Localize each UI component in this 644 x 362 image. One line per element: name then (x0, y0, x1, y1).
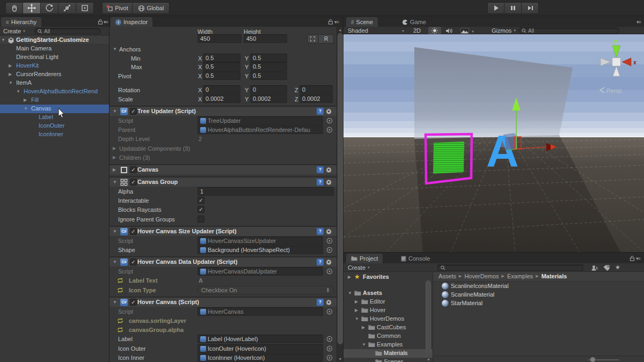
help-icon[interactable] (317, 228, 324, 235)
component-header-tree-updater-script[interactable]: Tree Updater (Script) (109, 106, 336, 116)
project-tree-item-common[interactable]: Common (343, 332, 433, 341)
anchor-preset-button[interactable] (307, 34, 318, 43)
help-icon[interactable] (317, 179, 324, 186)
help-icon[interactable] (317, 108, 324, 115)
foldout-collapsed-icon[interactable] (355, 308, 358, 313)
inspector-scrollbar[interactable]: ▲ ▼ (336, 27, 343, 362)
scale-x-field[interactable]: 0.0002 (203, 94, 240, 103)
hierarchy-create-button[interactable]: Create (3, 28, 26, 34)
project-tree-item-castcubes[interactable]: CastCubes (343, 323, 433, 332)
scroll-down-icon[interactable]: ▼ (337, 357, 343, 361)
project-tree-item-editor[interactable]: Editor (343, 298, 433, 306)
foldout-collapsed-icon[interactable] (9, 64, 12, 68)
panel-menu-icon[interactable]: ▾≡ (636, 19, 641, 25)
gear-icon[interactable] (325, 179, 332, 186)
enum-popup[interactable]: Checkbox On (197, 286, 334, 294)
hierarchy-item-cursorrenderers[interactable]: CursorRenderers (0, 70, 109, 79)
project-search-input[interactable] (437, 264, 583, 271)
rotation-y-field[interactable]: 0 (250, 85, 287, 94)
component-header-hover-canvas-data-updater-script[interactable]: Hover Canvas Data Updater (Script) (109, 257, 336, 267)
pivot-toggle-button[interactable]: Pivot (102, 2, 133, 14)
foldout-icon[interactable] (113, 168, 116, 172)
component-header-canvas[interactable]: Canvas (109, 165, 336, 174)
pivot-y-field[interactable]: 0.5 (250, 71, 287, 80)
object-picker-icon[interactable] (326, 345, 333, 352)
green-scanline-square[interactable] (433, 142, 464, 174)
component-header-hover-canvas-size-updater-script[interactable]: Hover Canvas Size Updater (Script) (109, 226, 336, 236)
project-tree-scrollbar[interactable]: ▼ (425, 272, 432, 362)
object-picker-icon[interactable] (326, 117, 333, 124)
scale-tool-button[interactable] (58, 2, 76, 14)
hierarchy-item-itema[interactable]: ItemA (0, 79, 109, 87)
object-picker-icon[interactable] (326, 268, 333, 275)
foldout-collapsed-icon[interactable] (9, 72, 12, 77)
blue-cube[interactable] (505, 136, 517, 150)
object-reference-field[interactable]: IconOuter (HoverIcon) (197, 344, 323, 353)
foldout-icon[interactable] (113, 260, 117, 264)
lock-icon[interactable] (328, 19, 333, 25)
hierarchy-item-canvas[interactable]: Canvas (0, 105, 109, 113)
foldout-icon[interactable] (113, 300, 117, 305)
breadcrumb[interactable]: Assets▶HoverDemos▶Examples▶Materials (438, 273, 567, 279)
gear-icon[interactable] (325, 108, 332, 115)
scene-viewport[interactable]: A y x Persp (343, 34, 644, 252)
component-enabled-checkbox[interactable] (130, 179, 137, 186)
scroll-down-icon[interactable]: ▼ (425, 358, 432, 361)
object-reference-field[interactable]: HoverAlphaButtonRectRenderer-Defau (197, 125, 323, 134)
help-icon[interactable] (317, 166, 324, 173)
asset-item-scanlinematerial[interactable]: ScanlineMaterial (433, 291, 644, 299)
tab-game[interactable]: Game (397, 17, 431, 27)
tab-project[interactable]: Project (346, 254, 383, 263)
shading-mode-dropdown[interactable]: Shaded (348, 27, 406, 34)
component-header-canvas-group[interactable]: Canvas Group (109, 177, 336, 187)
tab-console[interactable]: Console (396, 254, 435, 263)
object-reference-field[interactable]: HoverCanvasDataUpdater (197, 267, 323, 276)
project-tree-item-examples[interactable]: Examples (343, 341, 433, 349)
breadcrumb-item-assets[interactable]: Assets (438, 273, 456, 279)
object-reference-field[interactable]: HoverCanvasSizeUpdater (197, 237, 323, 245)
value-field[interactable]: 1 (197, 187, 334, 196)
project-tree-item-materials[interactable]: Materials (343, 349, 433, 358)
hierarchy-item-gettingstarted-customize[interactable]: GettingStarted-Customize (0, 36, 109, 45)
foldout-expanded-icon[interactable] (348, 291, 352, 295)
panel-menu-icon[interactable]: ▾≡ (334, 19, 339, 25)
breadcrumb-item-materials[interactable]: Materials (541, 273, 567, 279)
component-enabled-checkbox[interactable] (130, 166, 137, 173)
raw-edit-button[interactable]: R (319, 34, 334, 43)
project-tree-item-scenes[interactable]: Scenes (343, 358, 433, 362)
object-reference-field[interactable]: HoverCanvas (197, 307, 323, 316)
foldout-collapsed-icon[interactable] (24, 98, 27, 102)
tab-inspector[interactable]: i Inspector (111, 17, 152, 27)
play-button[interactable] (487, 2, 504, 14)
foldout-icon[interactable] (113, 109, 117, 114)
project-create-button[interactable]: Create (348, 264, 370, 271)
lighting-toggle-button[interactable] (428, 27, 441, 34)
project-tree-item-hover[interactable]: Hover (343, 306, 433, 315)
asset-item-starmaterial[interactable]: StarMaterial (433, 299, 644, 308)
gear-icon[interactable] (325, 258, 332, 265)
project-tree-item-favorites[interactable]: ★Favorites (343, 273, 433, 282)
object-picker-icon[interactable] (326, 127, 333, 133)
property-checkbox[interactable] (197, 216, 204, 223)
object-reference-field[interactable]: Label (HoverLabel) (197, 335, 323, 343)
search-by-label-icon[interactable] (603, 265, 610, 271)
object-picker-icon[interactable] (326, 238, 333, 244)
property-checkbox[interactable] (197, 206, 204, 213)
width-field[interactable]: 450 (197, 34, 241, 43)
hierarchy-item-iconinner[interactable]: IconInner (0, 130, 109, 139)
global-toggle-button[interactable]: Global (133, 2, 170, 14)
gear-icon[interactable] (325, 299, 332, 306)
breadcrumb-item-examples[interactable]: Examples (507, 273, 533, 279)
foldout-collapsed-icon[interactable] (113, 156, 116, 160)
scale-z-field[interactable]: 0.0002 (299, 94, 333, 103)
gizmos-dropdown[interactable]: Gizmos (492, 27, 516, 34)
help-icon[interactable] (317, 299, 324, 306)
hierarchy-item-main-camera[interactable]: Main Camera (0, 45, 109, 53)
lock-icon[interactable] (630, 255, 635, 261)
foldout-collapsed-icon[interactable] (362, 326, 365, 330)
foldout-expanded-icon[interactable] (9, 81, 13, 85)
breadcrumb-item-hoverdemos[interactable]: HoverDemos (464, 273, 499, 279)
scroll-up-icon[interactable]: ▲ (337, 28, 343, 32)
rotation-z-field[interactable]: 0 (299, 85, 333, 94)
foldout-collapsed-icon[interactable] (348, 275, 351, 279)
